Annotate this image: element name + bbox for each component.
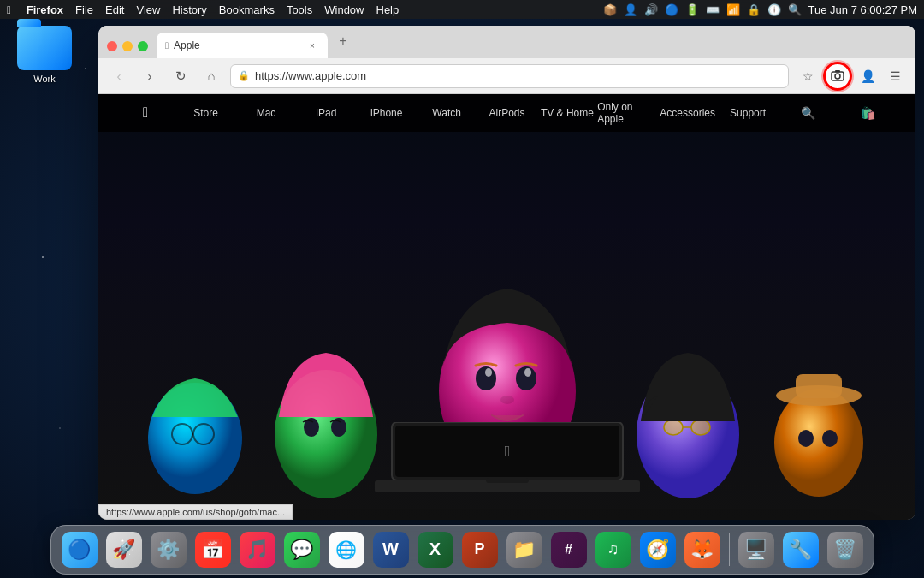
menu-edit[interactable]: Edit [105,3,124,16]
apple-nav-airpods[interactable]: AirPods [477,94,536,132]
address-bar[interactable]: 🔒 https://www.apple.com [230,64,789,88]
apple-nav-support[interactable]: Support [718,94,778,132]
back-button[interactable]: ‹ [107,64,131,88]
folder-icon [17,26,72,70]
apple-nav-tv-home[interactable]: TV & Home [537,94,597,132]
slack-icon: # [551,532,587,568]
calendar-icon: 📅 [195,532,231,568]
svg-rect-29 [486,478,529,483]
nav-right-buttons: ☆ 👤 ☰ [796,62,907,91]
svg-point-1 [835,74,840,79]
maximize-button[interactable] [138,41,148,51]
website-content:  Store Mac iPad iPhone Watch AirPods TV… [98,94,915,520]
dock-item-safari[interactable]: 🧭 [638,530,678,569]
memoji-right2 [763,366,874,520]
dock-item-tool[interactable]: 🔧 [781,530,820,569]
bluetooth-icon: 🔵 [665,3,678,16]
dock-item-messages[interactable]: 💬 [282,530,322,569]
close-button[interactable] [107,41,117,51]
memoji-scene:  [98,94,915,520]
apple-nav-ipad[interactable]: iPad [296,94,356,132]
forward-button[interactable]: › [138,64,162,88]
dock-item-utility[interactable]: 🖥️ [737,530,776,569]
apple-nav-watch[interactable]: Watch [417,94,477,132]
svg-point-17 [664,420,683,435]
utility-icon: 🖥️ [738,532,774,568]
dock-item-launchpad[interactable]: 🚀 [104,530,144,569]
dropbox-icon: 📦 [603,3,617,16]
dock-item-excel[interactable]: X [416,530,455,569]
menu-file[interactable]: File [75,3,93,16]
browser-tab[interactable]:  Apple × [157,33,328,58]
tool-icon: 🔧 [783,532,819,568]
dock-item-music[interactable]: 🎵 [238,530,277,569]
apple-nav-iphone[interactable]: iPhone [357,94,417,132]
minimize-button[interactable] [122,41,133,51]
spotify-icon: ♫ [595,532,631,568]
dock-item-chrome[interactable]: 🌐 [327,530,366,569]
dock-item-word[interactable]: W [371,530,411,569]
dock-item-firefox[interactable]: 🦊 [683,530,722,569]
svg-rect-2 [835,70,840,73]
apple-nav-bag-button[interactable]: 🛍️ [838,94,898,132]
messages-icon: 💬 [284,532,320,568]
menu-button[interactable]: ☰ [883,64,907,88]
svg-text::  [504,443,510,460]
apple-menu-logo[interactable]:  [7,3,11,16]
dock-separator [729,533,730,566]
dock-item-slack[interactable]: # [549,530,589,569]
menu-help[interactable]: Help [376,3,400,16]
menu-tools[interactable]: Tools [287,3,312,16]
apple-nav-mac[interactable]: Mac [236,94,296,132]
new-tab-button[interactable]: + [333,31,353,51]
chrome-icon: 🌐 [329,532,364,568]
menu-window[interactable]: Window [324,3,364,16]
url-tooltip: https://www.apple.com/us/shop/goto/mac..… [98,504,293,520]
dock-item-system-prefs[interactable]: ⚙️ [149,530,188,569]
files-icon: 📁 [506,532,542,568]
menu-bookmarks[interactable]: Bookmarks [219,3,275,16]
security-lock-icon: 🔒 [238,70,250,81]
memoji-left2 [139,366,251,520]
home-button[interactable]: ⌂ [199,64,223,88]
bookmark-star-button[interactable]: ☆ [796,64,820,88]
menu-time: Tue Jun 7 6:00:27 PM [808,3,917,16]
apple-nav-store[interactable]: Store [175,94,235,132]
menu-history[interactable]: History [172,3,206,16]
reload-button[interactable]: ↻ [169,64,192,88]
powerpoint-icon: P [462,532,498,568]
dock-item-finder[interactable]: 🔵 [60,530,99,569]
dock-item-trash[interactable]: 🗑️ [826,530,865,569]
tab-favicon:  [165,40,169,51]
apple-nav-accessories[interactable]: Accessories [658,94,718,132]
menu-bar-left:  Firefox File Edit View History Bookmar… [7,3,399,16]
excel-icon: X [418,532,453,568]
dock-item-spotify[interactable]: ♫ [594,530,633,569]
screenshot-button[interactable] [823,62,852,91]
search-icon[interactable]: 🔍 [788,3,802,16]
apple-nav-search-button[interactable]: 🔍 [778,94,838,132]
trash-icon: 🗑️ [827,532,863,568]
apple-nav-only-apple[interactable]: Only on Apple [597,94,657,132]
apple-logo-icon:  [143,104,148,122]
apple-nav-logo[interactable]:  [116,94,175,132]
clock-icon: 🕕 [767,3,781,16]
volume-icon: 🔊 [644,3,658,16]
svg-point-15 [500,396,514,404]
tab-close-button[interactable]: × [305,39,319,52]
profile-button[interactable]: 👤 [856,64,880,88]
svg-point-18 [691,420,710,435]
dock-item-files[interactable]: 📁 [505,530,544,569]
menu-firefox[interactable]: Firefox [27,3,63,16]
menu-view[interactable]: View [136,3,160,16]
desktop-folder-work[interactable]: Work [17,26,72,84]
memoji-left1 [262,349,390,520]
finder-icon: 🔵 [62,532,98,568]
screenshot-icon [830,69,845,84]
dock-item-powerpoint[interactable]: P [460,530,500,569]
window-controls [107,41,148,51]
hero-area:  [98,94,915,520]
battery-icon: 🔋 [685,3,699,16]
dock-item-calendar[interactable]: 📅 [193,530,233,569]
svg-point-13 [485,368,492,377]
